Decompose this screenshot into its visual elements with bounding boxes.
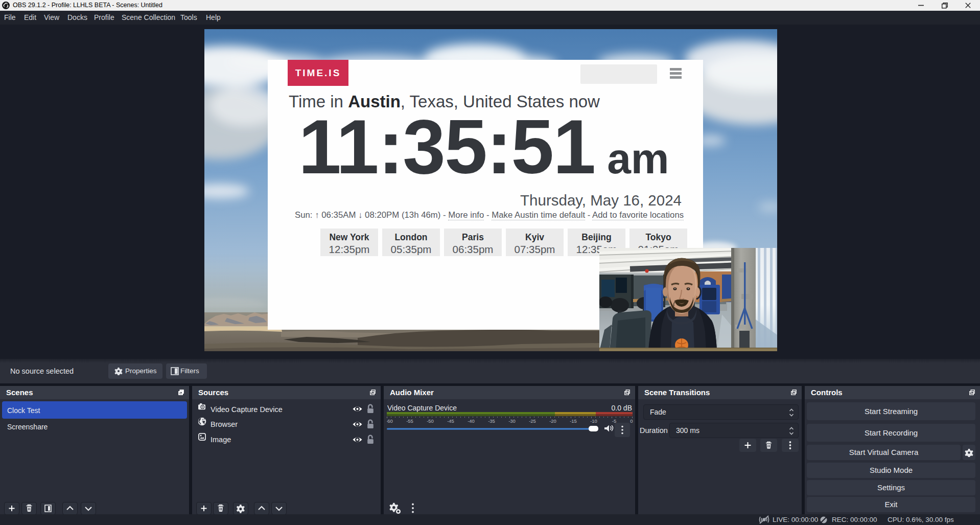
svg-text:-25: -25 — [529, 418, 536, 424]
svg-text:-30: -30 — [508, 418, 516, 424]
svg-text:-50: -50 — [427, 418, 434, 424]
svg-text:-10: -10 — [590, 418, 597, 424]
svg-text:-35: -35 — [488, 418, 495, 424]
svg-text:-20: -20 — [549, 418, 556, 424]
svg-text:Browser: Browser — [211, 420, 238, 428]
svg-text:Video Capture Device: Video Capture Device — [211, 405, 283, 414]
svg-text:-60: -60 — [387, 418, 393, 424]
svg-text:Image: Image — [211, 436, 231, 444]
svg-text:-40: -40 — [468, 418, 475, 424]
svg-text:-55: -55 — [406, 418, 413, 424]
svg-text:-15: -15 — [570, 418, 577, 424]
svg-text:0: 0 — [630, 418, 633, 424]
svg-text:-45: -45 — [447, 418, 454, 424]
